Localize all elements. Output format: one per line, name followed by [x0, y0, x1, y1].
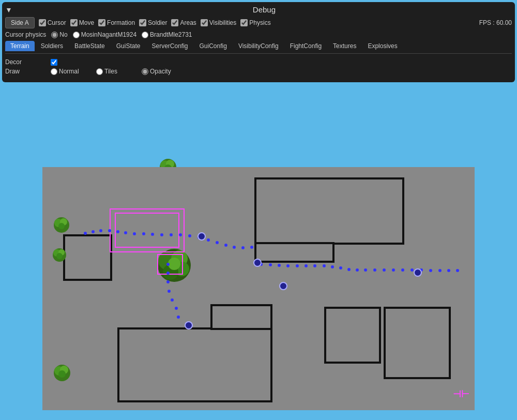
svg-point-11: [56, 253, 63, 259]
checkbox-areas[interactable]: Areas: [171, 19, 196, 26]
tab-visibilityconfig[interactable]: VisibilityConfig: [233, 41, 284, 51]
draw-label: Draw: [5, 68, 47, 75]
soldier-4: [414, 268, 422, 277]
vpath-dot-5: [171, 298, 174, 302]
path-dot-20: [250, 246, 253, 249]
tree-left-upper: [53, 216, 70, 235]
path-dot-15: [207, 238, 210, 242]
svg-point-7: [58, 223, 65, 229]
path-dot-16: [216, 241, 219, 244]
checkbox-move[interactable]: Move: [70, 19, 94, 26]
fps-label: FPS : 60.00: [479, 19, 512, 26]
tab-guistate[interactable]: GuiState: [111, 41, 146, 51]
cursor-physics-row: Cursor physics No MosinNagantM1924 Brand…: [5, 31, 512, 38]
pink-selection-inner: [115, 213, 179, 248]
decor-row: Decor: [5, 58, 512, 66]
side-a-button[interactable]: Side A: [5, 17, 35, 28]
path-dot-33: [364, 268, 367, 272]
radio-no[interactable]: No: [51, 31, 67, 38]
path-dot-18: [233, 246, 236, 249]
path-dot-8: [142, 232, 145, 235]
collapse-arrow[interactable]: ▼: [5, 6, 12, 14]
checkbox-physics[interactable]: Physics: [240, 19, 270, 26]
soldier-2: [253, 259, 262, 267]
path-dot-24: [286, 264, 290, 267]
pink-selection-small: [157, 254, 183, 275]
path-dot-40: [429, 269, 432, 272]
building-left-lower: [63, 234, 112, 281]
path-dot-2: [92, 230, 95, 233]
svg-point-21: [58, 370, 66, 378]
path-dot-37: [401, 268, 404, 272]
tree-bottom-left: [53, 364, 71, 384]
map-container: ⊣⊢: [42, 158, 475, 411]
cursor-physics-label: Cursor physics: [5, 31, 46, 38]
tab-terrain[interactable]: Terrain: [5, 41, 35, 51]
radio-brandt[interactable]: BrandtMle2731: [142, 31, 192, 38]
tab-guiconfig[interactable]: GuiConfig: [194, 41, 232, 51]
tabs-row: Terrain Soldiers BattleState GuiState Se…: [5, 41, 512, 54]
path-dot-27: [313, 264, 316, 267]
path-dot-26: [305, 264, 308, 267]
soldier-6: [185, 321, 193, 329]
decor-checkbox[interactable]: [51, 59, 57, 66]
window-title: Debug: [17, 5, 512, 14]
tab-soldiers[interactable]: Soldiers: [36, 41, 68, 51]
path-dot-4: [108, 229, 111, 232]
title-bar: ▼ Debug: [5, 5, 512, 14]
radio-tiles[interactable]: Tiles: [96, 68, 138, 75]
path-dot-3: [99, 229, 102, 232]
path-dot-5: [116, 230, 119, 233]
tab-fightconfig[interactable]: FightConfig: [285, 41, 327, 51]
toolbar-row: Side A Cursor Move Formation Soldier Are…: [5, 17, 512, 28]
tab-explosives[interactable]: Explosives: [362, 41, 402, 51]
path-dot-22: [269, 263, 272, 266]
path-dot-29: [331, 265, 334, 268]
path-dot-11: [170, 233, 173, 236]
tree-left-lower: [52, 247, 67, 264]
path-dot-25: [296, 264, 299, 267]
building-bottom-center-ext: [210, 304, 272, 330]
path-dot-10: [160, 233, 163, 236]
vpath-dot-6: [175, 307, 178, 310]
radio-normal[interactable]: Normal: [51, 68, 92, 75]
vpath-dot-1: [166, 263, 170, 266]
soldier-1: [197, 232, 206, 241]
vpath-dot-3: [166, 280, 170, 283]
draw-row: Draw Normal Tiles Opacity: [5, 68, 512, 75]
map-view[interactable]: ⊣⊢: [42, 167, 475, 410]
building-bottom-center: [117, 327, 272, 402]
path-dot-36: [392, 268, 395, 272]
checkbox-visibilities[interactable]: Visibilities: [201, 19, 236, 26]
path-dot-41: [438, 269, 442, 272]
path-dot-23: [278, 264, 281, 267]
path-dot-35: [383, 268, 386, 272]
vpath-dot-4: [168, 290, 171, 293]
path-dot-42: [447, 269, 450, 272]
checkbox-formation[interactable]: Formation: [98, 19, 135, 26]
path-dot-9: [151, 233, 154, 236]
path-dot-34: [373, 268, 376, 272]
path-dot-31: [347, 268, 351, 271]
path-dot-12: [179, 233, 182, 236]
pink-symbol: ⊣⊢: [453, 388, 469, 400]
building-top-right-ext: [254, 242, 334, 263]
path-dot-30: [339, 266, 342, 269]
radio-mosin[interactable]: MosinNagantM1924: [73, 31, 136, 38]
checkbox-soldier[interactable]: Soldier: [139, 19, 167, 26]
tab-battlestate[interactable]: BattleState: [69, 41, 110, 51]
tab-serverconfig[interactable]: ServerConfig: [146, 41, 193, 51]
path-dot-28: [323, 264, 326, 267]
building-top-right: [254, 177, 404, 245]
radio-opacity[interactable]: Opacity: [142, 68, 183, 75]
vpath-dot-7: [177, 316, 180, 319]
soldier-3: [279, 282, 287, 290]
path-dot-6: [124, 231, 127, 234]
path-dot-7: [133, 232, 136, 235]
decor-label: Decor: [5, 58, 47, 66]
path-dot-19: [241, 246, 245, 249]
path-dot-43: [456, 269, 459, 272]
checkbox-cursor[interactable]: Cursor: [39, 19, 66, 26]
building-bottom-right-inner: [324, 307, 381, 364]
tab-textures[interactable]: Textures: [328, 41, 361, 51]
